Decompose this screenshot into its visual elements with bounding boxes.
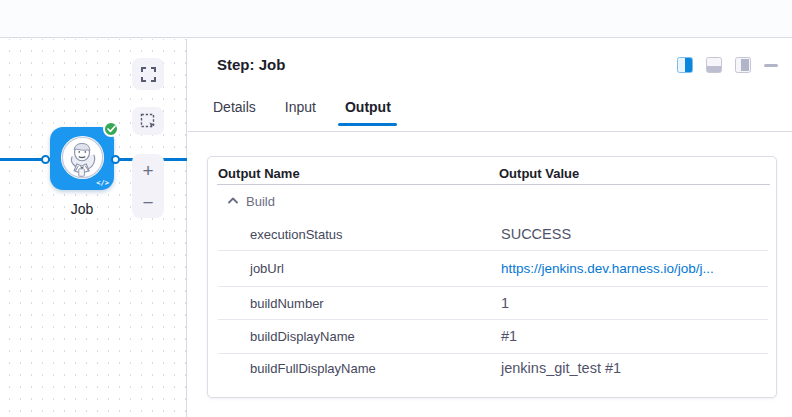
panel-title: Step: Job	[217, 56, 285, 73]
node-label: Job	[50, 201, 114, 217]
step-details-panel: Step: Job Details Input Output Output Na…	[188, 39, 792, 417]
table-row: executionStatus SUCCESS	[208, 217, 776, 250]
column-header-output-name: Output Name	[218, 166, 300, 181]
node-output-port[interactable]	[111, 155, 120, 164]
tabs-divider	[188, 131, 792, 132]
output-name: buildDisplayName	[250, 329, 355, 344]
node-input-port[interactable]	[41, 155, 50, 164]
output-value: 1	[501, 295, 509, 311]
tab-output[interactable]: Output	[345, 99, 391, 126]
output-value: jenkins_git_test #1	[501, 360, 621, 376]
canvas-marquee-select-button[interactable]	[132, 107, 164, 135]
panel-window-controls	[677, 57, 778, 73]
canvas-fullscreen-button[interactable]	[132, 58, 164, 90]
pipeline-node-job[interactable]: </>	[50, 127, 114, 190]
table-row: buildFullDisplayName jenkins_git_test #1	[208, 353, 776, 398]
output-name: jobUrl	[250, 261, 284, 276]
output-name: executionStatus	[250, 226, 343, 241]
pipeline-canvas[interactable]: </> Job + −	[0, 39, 187, 417]
canvas-zoom-controls: + −	[132, 154, 164, 218]
tab-input[interactable]: Input	[285, 99, 316, 126]
app-window: </> Job + − Step: Job	[0, 0, 792, 417]
marquee-select-icon	[140, 113, 156, 129]
output-name: buildNumber	[250, 295, 324, 310]
page-header-strip	[0, 0, 792, 38]
split-view-bottom-icon[interactable]	[706, 57, 722, 73]
table-header-row: Output Name Output Value	[208, 157, 776, 185]
output-value: SUCCESS	[501, 226, 571, 242]
column-header-output-value: Output Value	[499, 166, 579, 181]
zoom-in-button[interactable]: +	[132, 154, 164, 186]
tab-bar: Details Input Output	[213, 99, 391, 126]
zoom-out-button[interactable]: −	[132, 186, 164, 218]
output-name: buildFullDisplayName	[250, 361, 376, 376]
output-value: #1	[501, 328, 517, 344]
split-view-right-icon[interactable]	[677, 57, 693, 73]
group-label: Build	[246, 194, 275, 209]
split-view-side-icon[interactable]	[735, 57, 751, 73]
table-group-row-build[interactable]: Build	[208, 185, 776, 217]
minimize-icon[interactable]	[764, 64, 778, 67]
table-row: buildNumber 1	[208, 286, 776, 319]
chevron-up-icon[interactable]	[228, 197, 238, 204]
success-badge-icon	[103, 121, 119, 137]
jenkins-butler-icon	[60, 135, 105, 180]
tab-details[interactable]: Details	[213, 99, 256, 126]
output-table-card: Output Name Output Value Build execution…	[207, 156, 777, 398]
code-icon: </>	[96, 179, 109, 187]
output-value-link[interactable]: https://jenkins.dev.harness.io/job/j...	[501, 261, 714, 276]
fullscreen-icon	[141, 67, 156, 82]
table-row: buildDisplayName #1	[208, 319, 776, 353]
table-row: jobUrl https://jenkins.dev.harness.io/jo…	[208, 250, 776, 286]
